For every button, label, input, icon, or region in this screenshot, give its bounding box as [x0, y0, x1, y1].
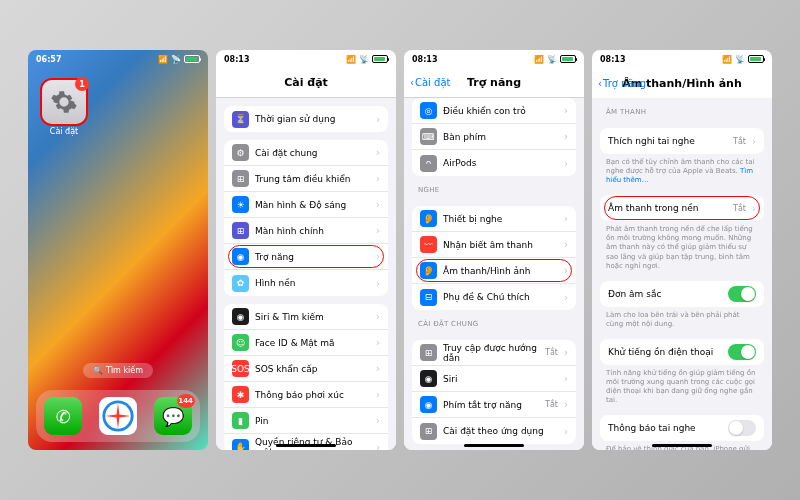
chevron-right-icon: ›: [376, 251, 380, 262]
chevron-right-icon: ›: [564, 213, 568, 224]
bubble-icon: 💬: [162, 406, 184, 427]
section-footer: Làm cho loa bên trái và bên phải phát cù…: [592, 307, 772, 331]
section-header: CÀI ĐẶT CHUNG: [404, 310, 584, 332]
back-label: Cài đặt: [415, 77, 450, 88]
row-label: Thông báo phơi xúc: [255, 390, 370, 400]
chevron-left-icon: ‹: [410, 77, 414, 88]
list-row[interactable]: ⊞Trung tâm điều khiển›: [224, 166, 388, 192]
status-icons: 📶 📡: [158, 55, 200, 64]
list-row[interactable]: ✱Thông báo phơi xúc›: [224, 382, 388, 408]
row-icon: ᴖ: [420, 155, 437, 172]
list-row[interactable]: 👂Thiết bị nghe›: [412, 206, 576, 232]
battery-icon: [560, 55, 576, 63]
row-label: Siri & Tìm kiếm: [255, 312, 370, 322]
section-header: ÂM THANH: [592, 98, 772, 120]
list-row[interactable]: ◉Siri & Tìm kiếm›: [224, 304, 388, 330]
search-pill[interactable]: 🔍 Tìm kiếm: [83, 363, 153, 378]
row-value: Tắt: [733, 137, 746, 146]
home-indicator[interactable]: [464, 444, 524, 447]
row-icon: ◉: [420, 396, 437, 413]
signal-icon: 📶: [158, 55, 168, 64]
row-label: Cài đặt chung: [255, 148, 370, 158]
back-button[interactable]: ‹Cài đặt: [410, 77, 450, 88]
gear-icon: [50, 88, 78, 116]
row-label: Trợ năng: [255, 252, 370, 262]
list-row[interactable]: ⊞Màn hình chính›: [224, 218, 388, 244]
mono-audio-row[interactable]: Đơn âm sắc: [600, 281, 764, 307]
safari-app-icon[interactable]: [99, 397, 137, 435]
chevron-right-icon: ›: [376, 337, 380, 348]
audio-visual-list[interactable]: ÂM THANH Thích nghi tai nghe Tắt › Bạn c…: [592, 98, 772, 450]
signal-icon: 📶: [346, 55, 356, 64]
list-row[interactable]: ✿Hình nền›: [224, 270, 388, 296]
list-row[interactable]: 👂Âm thanh/Hình ảnh›: [412, 258, 576, 284]
nav-title: Cài đặt: [284, 76, 328, 89]
row-label: Nhận biết âm thanh: [443, 240, 558, 250]
accessibility-list[interactable]: ◎Điều khiển con trỏ›⌨Bàn phím›ᴖAirPods›N…: [404, 98, 584, 450]
time: 08:13: [600, 55, 625, 64]
wifi-icon: 📡: [171, 55, 181, 64]
time: 08:13: [412, 55, 437, 64]
list-row[interactable]: ᴖAirPods›: [412, 150, 576, 176]
list-row[interactable]: ⊞Truy cập được hướng dẫnTắt›: [412, 340, 576, 366]
list-row[interactable]: ◉Siri›: [412, 366, 576, 392]
row-label: Màn hình & Độ sáng: [255, 200, 370, 210]
chevron-right-icon: ›: [376, 363, 380, 374]
chevron-right-icon: ›: [564, 373, 568, 384]
toggle[interactable]: [728, 344, 756, 360]
list-row[interactable]: ⊞Cài đặt theo ứng dụng›: [412, 418, 576, 444]
row-value: Tắt: [545, 400, 558, 409]
list-row[interactable]: ⌨Bàn phím›: [412, 124, 576, 150]
back-button[interactable]: ‹Trợ năng: [598, 78, 646, 89]
list-row[interactable]: ◎Điều khiển con trỏ›: [412, 98, 576, 124]
home-indicator[interactable]: [276, 444, 336, 447]
list-row[interactable]: SOSSOS khẩn cấp›: [224, 356, 388, 382]
phone-audio-visual: 08:13 📶📡 ‹Trợ năng Âm thanh/Hình ảnh ÂM …: [592, 50, 772, 450]
wifi-icon: 📡: [547, 55, 557, 64]
list-row[interactable]: ⏳Thời gian sử dụng›: [224, 106, 388, 132]
row-icon: ⊞: [232, 222, 249, 239]
list-row[interactable]: ◉Phím tắt trợ năngTắt›: [412, 392, 576, 418]
row-icon: ✋: [232, 439, 249, 451]
row-label: Thiết bị nghe: [443, 214, 558, 224]
signal-icon: 📶: [722, 55, 732, 64]
list-row[interactable]: ☺Face ID & Mật mã›: [224, 330, 388, 356]
list-row[interactable]: ▮Pin›: [224, 408, 388, 434]
chevron-right-icon: ›: [564, 265, 568, 276]
list-row[interactable]: ⚙Cài đặt chung›: [224, 140, 388, 166]
badge: 144: [177, 394, 195, 408]
headphone-notifications-row[interactable]: Thông báo tai nghe: [600, 415, 764, 441]
search-icon: 🔍: [93, 366, 103, 375]
chevron-left-icon: ‹: [598, 78, 602, 89]
row-label: Phím tắt trợ năng: [443, 400, 539, 410]
row-label: Khử tiếng ồn điện thoại: [608, 347, 722, 357]
list-row[interactable]: 〰Nhận biết âm thanh›: [412, 232, 576, 258]
status-bar: 08:13 📶📡: [216, 50, 396, 68]
settings-app-icon[interactable]: 1: [42, 80, 86, 124]
phone-app-icon[interactable]: ✆: [44, 397, 82, 435]
chevron-right-icon: ›: [376, 225, 380, 236]
phone-noise-cancel-row[interactable]: Khử tiếng ồn điện thoại: [600, 339, 764, 365]
background-sounds-row[interactable]: Âm thanh trong nền Tắt ›: [600, 195, 764, 221]
chevron-right-icon: ›: [564, 105, 568, 116]
row-value: Tắt: [545, 348, 558, 357]
settings-list[interactable]: ⏳Thời gian sử dụng›⚙Cài đặt chung›⊞Trung…: [216, 98, 396, 450]
list-row[interactable]: ☀Màn hình & Độ sáng›: [224, 192, 388, 218]
list-row[interactable]: ✋Quyền riêng tư & Bảo mật›: [224, 434, 388, 450]
chevron-right-icon: ›: [752, 136, 756, 147]
row-label: Hình nền: [255, 278, 370, 288]
home-indicator[interactable]: [652, 444, 712, 447]
toggle[interactable]: [728, 420, 756, 436]
list-row[interactable]: ⊟Phụ đề & Chú thích›: [412, 284, 576, 310]
toggle[interactable]: [728, 286, 756, 302]
list-row[interactable]: ◉Trợ năng›: [224, 244, 388, 270]
row-icon: ☺: [232, 334, 249, 351]
status-bar: 08:13 📶📡: [592, 50, 772, 68]
row-icon: ⊞: [420, 344, 437, 361]
headphone-accommodations-row[interactable]: Thích nghi tai nghe Tắt ›: [600, 128, 764, 154]
messages-app-icon[interactable]: 💬 144: [154, 397, 192, 435]
chevron-right-icon: ›: [376, 173, 380, 184]
compass-icon: [101, 399, 135, 433]
row-icon: 〰: [420, 236, 437, 253]
status-bar: 08:13 📶📡: [404, 50, 584, 68]
